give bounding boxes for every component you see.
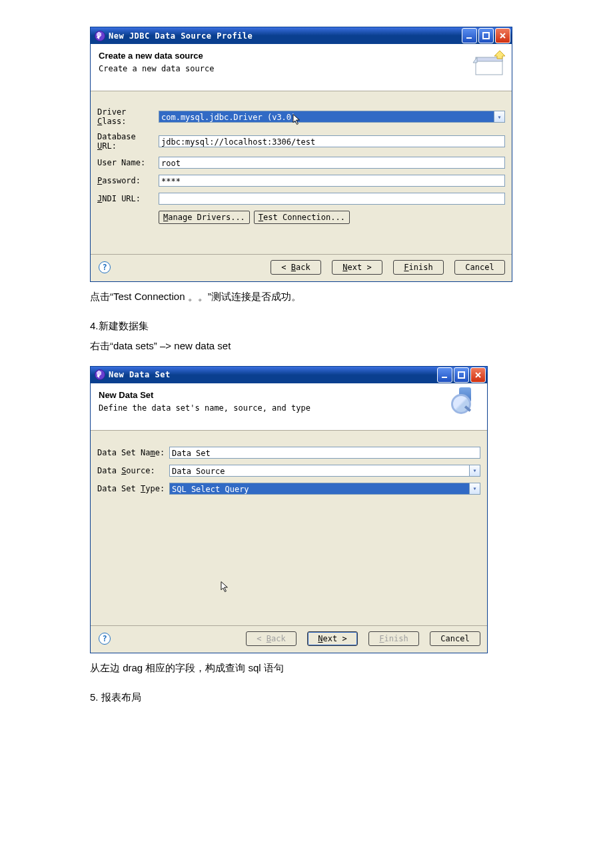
help-icon[interactable]: ? (99, 261, 111, 273)
svg-rect-8 (458, 372, 464, 378)
jndi-input[interactable] (159, 193, 505, 205)
wizard-header: Create a new data source Create a new da… (91, 44, 512, 91)
label-db-url: Database URL: (97, 132, 159, 151)
wizard-footer: ? < Back Next > Finish Cancel (91, 254, 512, 281)
back-button[interactable]: < Back (271, 260, 321, 275)
svg-rect-7 (442, 377, 447, 378)
help-icon[interactable]: ? (99, 633, 111, 645)
finish-button[interactable]: Finish (368, 631, 419, 646)
wizard-header: New Data Set Define the data set's name,… (91, 383, 487, 431)
section-heading: 4.新建数据集 (90, 320, 566, 333)
next-button[interactable]: Next > (332, 260, 382, 275)
label-password: Password: (97, 176, 159, 185)
paragraph: 右击“data sets” –> new data set (90, 338, 566, 353)
section-heading: 5. 报表布局 (90, 691, 566, 704)
wizard-subtitle: Define the data set's name, source, and … (99, 403, 480, 413)
svg-rect-0 (466, 37, 472, 39)
close-button[interactable] (470, 367, 486, 383)
label-jndi: JNDI URL: (97, 194, 159, 203)
label-data-source: Data Source: (97, 466, 169, 475)
minimize-button[interactable] (462, 28, 477, 43)
driver-class-combo[interactable]: com.mysql.jdbc.Driver (v3.0) ▾ (159, 111, 505, 123)
wizard-title: New Data Set (99, 390, 480, 400)
back-button[interactable]: < Back (246, 631, 297, 646)
datasource-banner-icon (472, 48, 506, 79)
form-area: Driver Class: com.mysql.jdbc.Driver (v3.… (91, 91, 512, 254)
db-url-input[interactable]: jdbc:mysql://localhost:3306/test (159, 135, 505, 147)
test-connection-button[interactable]: Test Connection... (254, 211, 350, 224)
paragraph: 点击“Test Connection 。。”测试连接是否成功。 (90, 289, 566, 304)
password-input[interactable]: **** (159, 175, 505, 187)
wizard-title: Create a new data source (99, 51, 505, 61)
label-user: User Name: (97, 158, 159, 167)
label-dataset-type: Data Set Type: (97, 484, 169, 493)
paragraph: 从左边 drag 相应的字段，构成查询 sql 语句 (90, 660, 566, 675)
finish-button[interactable]: Finish (393, 260, 444, 275)
wizard-footer: ? < Back Next > Finish Cancel (91, 625, 487, 653)
dataset-type-combo[interactable]: SQL Select Query ▾ (169, 483, 480, 495)
dataset-type-value[interactable]: SQL Select Query (169, 483, 469, 495)
eclipse-icon (95, 31, 105, 41)
cancel-button[interactable]: Cancel (430, 631, 480, 646)
manage-drivers-button[interactable]: Manage Drivers... (159, 211, 250, 224)
minimize-button[interactable] (437, 367, 452, 383)
label-driver-class: Driver Class: (97, 107, 159, 126)
form-area: Data Set Name: Data Set Data Source: Dat… (91, 431, 487, 625)
next-button[interactable]: Next > (307, 631, 358, 646)
cancel-button[interactable]: Cancel (454, 260, 505, 275)
titlebar[interactable]: New JDBC Data Source Profile (91, 27, 512, 44)
cursor-pointer-icon (221, 581, 231, 594)
chevron-down-icon[interactable]: ▾ (494, 111, 505, 123)
dataset-wizard-window: New Data Set New Data Set Define the dat… (90, 366, 488, 653)
chevron-down-icon[interactable]: ▾ (469, 465, 480, 477)
dataset-name-input[interactable]: Data Set (169, 447, 480, 459)
window-title: New Data Set (109, 370, 437, 379)
svg-rect-4 (476, 60, 502, 75)
data-source-combo[interactable]: Data Source ▾ (169, 465, 480, 477)
jdbc-wizard-window: New JDBC Data Source Profile Create a ne… (90, 27, 512, 282)
user-input[interactable]: root (159, 157, 505, 169)
driver-class-value[interactable]: com.mysql.jdbc.Driver (v3.0) (159, 111, 494, 123)
close-button[interactable] (495, 28, 510, 43)
chevron-down-icon[interactable]: ▾ (469, 483, 480, 495)
svg-rect-1 (483, 33, 489, 39)
window-title: New JDBC Data Source Profile (109, 31, 462, 41)
label-dataset-name: Data Set Name: (97, 448, 169, 457)
maximize-button[interactable] (454, 367, 469, 383)
dataset-banner-icon (447, 387, 482, 418)
eclipse-icon (95, 369, 105, 380)
wizard-subtitle: Create a new data source (99, 64, 505, 73)
maximize-button[interactable] (478, 28, 494, 43)
titlebar[interactable]: New Data Set (91, 367, 487, 383)
data-source-value[interactable]: Data Source (169, 465, 469, 477)
